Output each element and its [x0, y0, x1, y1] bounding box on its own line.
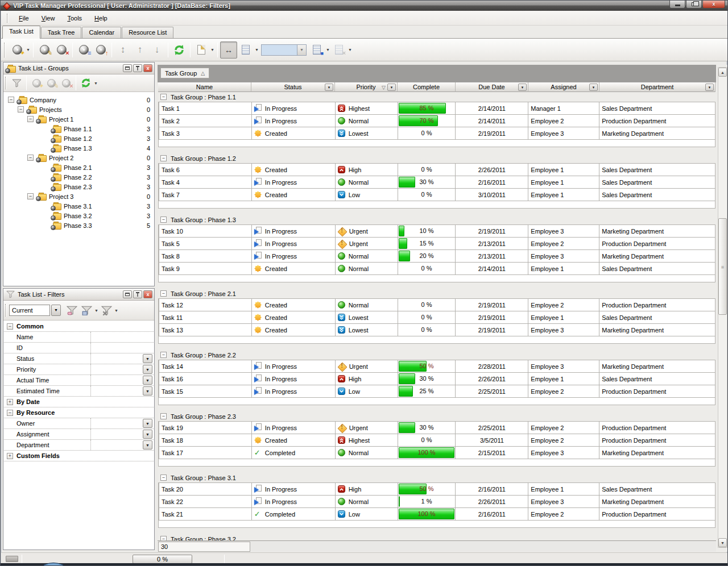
filter-field-priority[interactable]: Priority▼	[4, 364, 154, 375]
task-due-date-cell[interactable]: 2/25/2011	[456, 385, 528, 398]
filter-field-actual-time[interactable]: Actual Time▼	[4, 375, 154, 386]
task-due-date-cell[interactable]: 3/10/2011	[456, 189, 528, 201]
task-due-date-cell[interactable]: 2/13/2011	[456, 250, 528, 263]
task-name-cell[interactable]: Task 2	[159, 115, 252, 127]
task-department-cell[interactable]: Production Department	[599, 115, 715, 127]
tree-node[interactable]: Phase 2.33	[4, 182, 154, 192]
task-name-cell[interactable]: Task 9	[159, 263, 252, 275]
task-status-cell[interactable]: In Progress	[252, 250, 336, 263]
task-priority-cell[interactable]: !Urgent	[336, 238, 398, 250]
task-status-cell[interactable]: In Progress	[252, 102, 336, 115]
scroll-up-button[interactable]: ▲	[718, 68, 727, 77]
add-group-button[interactable]: ✦	[29, 76, 44, 90]
task-priority-cell[interactable]: !Urgent	[336, 225, 398, 238]
filter-dropdown-button[interactable]: ▼	[143, 419, 152, 428]
task-complete-cell[interactable]: 0 %	[398, 189, 456, 201]
task-priority-cell[interactable]: Lowest	[336, 324, 398, 336]
task-priority-cell[interactable]: Normal	[336, 496, 398, 508]
task-department-cell[interactable]: Production Department	[599, 422, 715, 434]
menu-help[interactable]: Help	[89, 13, 113, 23]
filter-section-common[interactable]: −Common	[4, 321, 154, 332]
task-row[interactable]: Task 9CreatedNormal0 %2/14/2011Employee …	[159, 263, 715, 275]
tab-task-list[interactable]: Task List	[2, 26, 40, 39]
task-priority-cell[interactable]: Normal	[336, 263, 398, 275]
delete-layout-button[interactable]: ×	[330, 41, 348, 59]
panel-close-button[interactable]: x	[143, 290, 152, 298]
task-name-cell[interactable]: Task 8	[159, 250, 252, 263]
layout-preset-combobox[interactable]: ▼	[261, 44, 307, 56]
move-up-button[interactable]: ↑	[131, 41, 148, 59]
tree-node[interactable]: Phase 2.23	[4, 172, 154, 182]
task-status-cell[interactable]: Created	[252, 324, 336, 336]
column-layout-dropdown-icon[interactable]: ▼	[254, 48, 259, 52]
task-due-date-cell[interactable]: 2/14/2011	[456, 102, 528, 115]
tree-node[interactable]: −Project 10	[4, 114, 154, 124]
collapse-icon[interactable]: −	[27, 116, 34, 122]
task-department-cell[interactable]: Sales Department	[599, 189, 715, 201]
task-status-cell[interactable]: In Progress	[252, 176, 336, 189]
task-name-cell[interactable]: Task 13	[159, 324, 252, 336]
task-name-cell[interactable]: Task 11	[159, 311, 252, 324]
task-department-cell[interactable]: Marketing Department	[599, 127, 715, 140]
task-priority-cell[interactable]: Lowest	[336, 127, 398, 140]
task-complete-cell[interactable]: 0 %	[398, 311, 456, 324]
task-assigned-cell[interactable]: Employee 3	[528, 324, 599, 336]
task-row[interactable]: Task 17✓CompletedNormal100 %2/15/2011Emp…	[159, 447, 715, 459]
task-name-cell[interactable]: Task 14	[159, 360, 252, 373]
task-priority-cell[interactable]: Low	[336, 189, 398, 201]
toolbar-grip[interactable]	[4, 43, 6, 57]
column-header-department[interactable]: Department▼	[599, 82, 715, 92]
menu-view[interactable]: View	[36, 13, 61, 23]
task-due-date-cell[interactable]: 2/16/2011	[456, 176, 528, 189]
panel-close-button[interactable]: x	[143, 64, 152, 72]
task-priority-cell[interactable]: High	[336, 373, 398, 385]
move-down-button[interactable]: ↓	[148, 41, 166, 59]
task-assigned-cell[interactable]: Employee 1	[528, 311, 599, 324]
task-complete-cell[interactable]: 100 %	[398, 508, 456, 521]
task-due-date-cell[interactable]: 2/13/2011	[456, 238, 528, 250]
filter-section-by-resource[interactable]: −By Resource	[4, 407, 154, 418]
task-complete-cell[interactable]: 0 %	[398, 127, 456, 140]
edit-group-button[interactable]: ✎	[44, 76, 59, 90]
task-assigned-cell[interactable]: Employee 2	[528, 238, 599, 250]
task-name-cell[interactable]: Task 12	[159, 299, 252, 311]
task-department-cell[interactable]: Sales Department	[599, 176, 715, 189]
task-complete-cell[interactable]: 30 %	[398, 373, 456, 385]
task-name-cell[interactable]: Task 20	[159, 483, 252, 496]
collapse-icon[interactable]: −	[27, 155, 34, 161]
task-assigned-cell[interactable]: Employee 2	[528, 385, 599, 398]
toolbar-grip[interactable]	[7, 14, 9, 23]
task-department-cell[interactable]: Production Department	[599, 238, 715, 250]
task-row[interactable]: Task 13CreatedLowest0 %2/19/2011Employee…	[159, 324, 715, 336]
task-priority-cell[interactable]: Normal	[336, 250, 398, 263]
task-due-date-cell[interactable]: 2/19/2011	[456, 299, 528, 311]
task-group-header[interactable]: −Task Group : Phase 2.2	[158, 350, 717, 360]
collapse-icon[interactable]: −	[160, 352, 167, 358]
task-status-cell[interactable]: Created	[252, 311, 336, 324]
tab-task-tree[interactable]: Task Tree	[41, 27, 82, 38]
task-complete-cell[interactable]: 0 %	[398, 324, 456, 336]
filter-dropdown-button[interactable]: ▼	[143, 376, 152, 385]
task-department-cell[interactable]: Marketing Department	[599, 225, 715, 238]
task-assigned-cell[interactable]: Employee 3	[528, 250, 599, 263]
task-priority-cell[interactable]: Normal	[336, 176, 398, 189]
task-status-cell[interactable]: In Progress	[252, 422, 336, 434]
task-due-date-cell[interactable]: 2/19/2011	[456, 225, 528, 238]
task-complete-cell[interactable]: 100 %	[398, 447, 456, 459]
task-name-cell[interactable]: Task 6	[159, 164, 252, 176]
task-assigned-cell[interactable]: Employee 3	[528, 447, 599, 459]
filter-field-status[interactable]: Status▼	[4, 353, 154, 364]
column-filter-button[interactable]: ▼	[518, 84, 527, 91]
task-name-cell[interactable]: Task 22	[159, 496, 252, 508]
task-complete-cell[interactable]: 1 %	[398, 496, 456, 508]
collapse-icon[interactable]: −	[8, 97, 14, 103]
panel-restore-button[interactable]	[123, 290, 132, 298]
filter-field-estimated-time[interactable]: Estimated Time▼	[4, 386, 154, 397]
task-department-cell[interactable]: Marketing Department	[599, 360, 715, 373]
task-status-cell[interactable]: Created	[252, 189, 336, 201]
task-complete-cell[interactable]: 0 %	[398, 263, 456, 275]
task-name-cell[interactable]: Task 4	[159, 176, 252, 189]
task-row[interactable]: Task 3CreatedLowest0 %2/19/2011Employee …	[159, 127, 715, 140]
toolbar-grip[interactable]	[5, 77, 7, 89]
task-due-date-cell[interactable]: 2/19/2011	[456, 311, 528, 324]
